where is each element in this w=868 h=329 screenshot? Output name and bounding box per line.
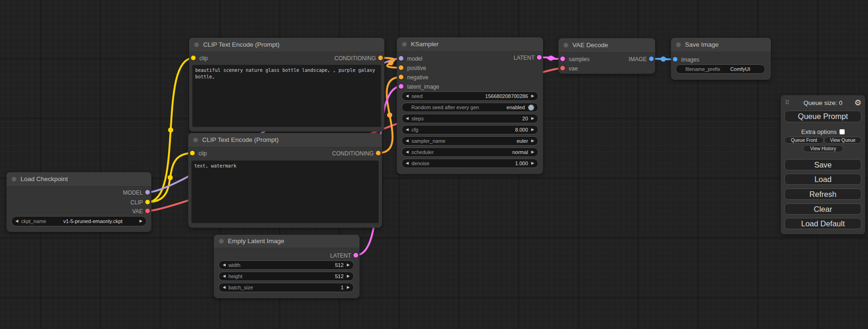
denoise-widget[interactable]: ◀ denoise 1.000 ▶ [402,159,538,168]
collapse-dot-icon[interactable] [564,43,568,48]
input-port-positive[interactable] [399,65,403,70]
increment-arrow-icon[interactable]: ▶ [531,94,534,98]
node-load-checkpoint[interactable]: Load Checkpoint MODEL CLIP VAE ◀ ckpt_na… [7,172,151,232]
node-title-bar[interactable]: Load Checkpoint [7,172,151,187]
node-vae-decode[interactable]: VAE Decode samples vae IMAGE [558,38,655,74]
decrement-arrow-icon[interactable]: ◀ [406,139,409,143]
node-title-bar[interactable]: Empty Latent Image [214,235,360,248]
random-seed-toggle-widget[interactable]: Random seed after every gen enabled [402,103,538,112]
collapse-dot-icon[interactable] [402,42,407,47]
node-save-image[interactable]: Save Image images filename_prefix ComfyU… [671,38,771,80]
node-title-bar[interactable]: KSampler [397,37,543,52]
output-port-conditioning[interactable] [376,151,381,155]
cfg-widget[interactable]: ◀ cfg 8.000 ▶ [402,125,538,134]
increment-arrow-icon[interactable]: ▶ [140,219,142,223]
save-button[interactable]: Save [784,159,861,170]
node-title-bar[interactable]: CLIP Text Encode (Prompt) [188,133,382,147]
queue-front-button[interactable]: Queue Front [784,137,824,144]
input-port-images[interactable] [673,57,677,62]
increment-arrow-icon[interactable]: ▶ [531,139,534,143]
scheduler-widget[interactable]: ◀ scheduler normal ▶ [402,147,538,157]
decrement-arrow-icon[interactable]: ◀ [406,94,409,98]
collapse-dot-icon[interactable] [194,42,199,47]
input-port-clip[interactable] [190,151,195,155]
increment-arrow-icon[interactable]: ▶ [347,274,350,278]
increment-arrow-icon[interactable]: ▶ [347,286,350,289]
output-port-latent[interactable] [353,253,358,258]
collapse-dot-icon[interactable] [676,42,681,47]
settings-gear-icon[interactable]: ⚙ [854,98,861,108]
widget-label: ckpt_name [21,218,46,224]
increment-arrow-icon[interactable]: ▶ [531,117,534,120]
widget-value: 156680208700286 [485,93,528,99]
widget-label: batch_size [228,285,253,290]
decrement-arrow-icon[interactable]: ◀ [15,219,18,223]
refresh-button[interactable]: Refresh [784,189,861,200]
input-label-negative: negative [407,74,428,81]
graph-canvas[interactable]: { "colors": { "model": "#b39ddb", "clip"… [0,0,868,329]
widget-value: 8.000 [515,127,528,133]
sampler-name-widget[interactable]: ◀ sampler_name euler ▶ [402,136,538,146]
output-port-latent[interactable] [537,55,542,60]
widget-label: cfg [411,127,418,133]
collapse-dot-icon[interactable] [193,138,198,142]
batch-size-widget[interactable]: ◀ batch_size 1 ▶ [219,283,354,292]
input-port-negative[interactable] [399,75,403,79]
increment-arrow-icon[interactable]: ▶ [347,263,350,267]
seed-widget[interactable]: ◀ seed 156680208700286 ▶ [402,91,538,101]
decrement-arrow-icon[interactable]: ◀ [223,274,226,278]
prompt-textarea[interactable]: text, watermark [191,161,379,223]
decrement-arrow-icon[interactable]: ◀ [406,161,409,165]
node-title-bar[interactable]: CLIP Text Encode (Prompt) [189,38,384,52]
input-port-samples[interactable] [560,56,565,61]
toggle-dot-icon[interactable] [528,105,534,111]
widget-value: 1.000 [515,161,528,166]
decrement-arrow-icon[interactable]: ◀ [406,150,409,154]
collapse-dot-icon[interactable] [12,177,16,182]
decrement-arrow-icon[interactable]: ◀ [406,128,409,132]
node-ksampler[interactable]: KSampler model positive negative latent_… [397,37,543,174]
filename-prefix-widget[interactable]: filename_prefix ComfyUI [676,64,765,74]
node-title-bar[interactable]: VAE Decode [558,38,655,53]
input-port-clip[interactable] [191,56,196,60]
extra-options-checkbox[interactable] [840,129,845,134]
view-queue-button[interactable]: View Queue [824,137,861,144]
decrement-arrow-icon[interactable]: ◀ [223,263,226,267]
view-history-button[interactable]: View History [803,145,843,152]
width-widget[interactable]: ◀ width 512 ▶ [219,260,354,270]
prompt-textarea[interactable]: beautiful scenery nature glass bottle la… [192,65,381,127]
steps-widget[interactable]: ◀ steps 20 ▶ [402,114,538,123]
queue-prompt-button[interactable]: Queue Prompt [784,111,861,122]
ckpt-name-widget[interactable]: ◀ ckpt_name v1-5-pruned-emaonly.ckpt ▶ [11,216,147,226]
increment-arrow-icon[interactable]: ▶ [531,161,534,165]
input-port-vae[interactable] [560,66,565,70]
output-port-model[interactable] [145,190,150,195]
increment-arrow-icon[interactable]: ▶ [531,128,534,132]
node-empty-latent-image[interactable]: Empty Latent Image LATENT ◀ width 512 ▶ … [214,235,360,298]
widget-label: width [228,262,240,268]
clear-button[interactable]: Clear [784,203,861,215]
output-port-conditioning[interactable] [378,56,383,60]
load-default-button[interactable]: Load Default [784,218,861,229]
increment-arrow-icon[interactable]: ▶ [531,150,534,154]
decrement-arrow-icon[interactable]: ◀ [223,286,226,289]
decrement-arrow-icon[interactable]: ◀ [406,117,409,120]
queue-panel[interactable]: ⠿ Queue size: 0 ⚙ Queue Prompt Extra opt… [781,95,865,234]
output-port-vae[interactable] [145,209,150,213]
output-port-image[interactable] [649,56,654,61]
output-label-model: MODEL [123,189,143,196]
node-title-bar[interactable]: Save Image [671,38,771,52]
height-widget[interactable]: ◀ height 512 ▶ [219,272,354,281]
input-port-model[interactable] [399,56,403,61]
output-port-clip[interactable] [145,200,150,204]
input-port-latent-image[interactable] [399,84,403,89]
node-clip-text-encode-negative[interactable]: CLIP Text Encode (Prompt) clip CONDITION… [188,133,382,228]
collapse-dot-icon[interactable] [219,239,224,244]
node-clip-text-encode-positive[interactable]: CLIP Text Encode (Prompt) clip CONDITION… [189,38,384,132]
node-title: CLIP Text Encode (Prompt) [203,41,280,48]
input-label-images: images [681,56,699,63]
load-button[interactable]: Load [784,174,861,185]
output-label-vae: VAE [132,208,143,215]
widget-label: height [228,273,242,279]
widget-value: v1-5-pruned-emaonly.ckpt [63,218,122,224]
